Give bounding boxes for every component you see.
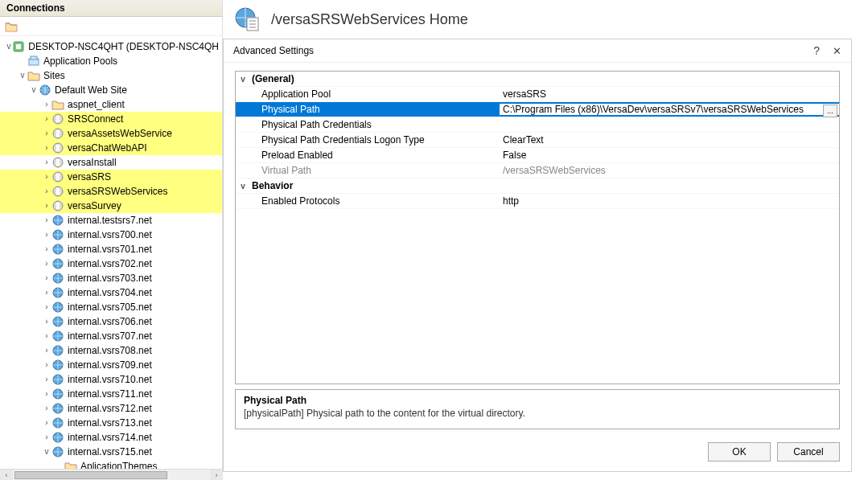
browse-button[interactable]: ... <box>823 105 837 117</box>
tree-versasrs[interactable]: ›versaSRS <box>0 170 222 184</box>
chevron-right-icon[interactable]: › <box>42 346 51 355</box>
chevron-right-icon[interactable]: › <box>42 433 51 441</box>
prop-preload-enabled[interactable]: Preload Enabled False <box>236 148 839 163</box>
chevron-down-icon[interactable]: v <box>42 447 51 456</box>
globe-icon <box>51 243 64 256</box>
tree-internal-vsrs710-net[interactable]: ›internal.vsrs710.net <box>0 372 222 387</box>
folder-open-icon[interactable] <box>5 21 18 32</box>
prop-logon-type[interactable]: Physical Path Credentials Logon Type Cle… <box>236 133 839 148</box>
chevron-right-icon[interactable]: › <box>42 259 51 268</box>
app-icon <box>51 113 64 125</box>
scroll-left-icon[interactable]: ‹ <box>0 470 13 481</box>
prop-application-pool[interactable]: Application Pool versaSRS <box>236 87 839 102</box>
tree-srsconnect[interactable]: ›SRSConnect <box>0 112 222 126</box>
prop-enabled-protocols[interactable]: Enabled Protocols http <box>236 194 839 209</box>
tree-internal-vsrs706-net[interactable]: ›internal.vsrs706.net <box>0 314 222 329</box>
svg-rect-10 <box>56 145 60 151</box>
prop-physical-path[interactable]: Physical Path C:\Program Files (x86)\Ver… <box>236 102 839 117</box>
tree-internal-vsrs711-net[interactable]: ›internal.vsrs711.net <box>0 387 222 401</box>
chevron-right-icon[interactable]: › <box>42 143 51 152</box>
chevron-down-icon[interactable]: v <box>6 42 12 51</box>
svg-rect-8 <box>56 130 60 137</box>
tree-server-node[interactable]: v DESKTOP-NSC4QHT (DESKTOP-NSC4QH <box>0 39 222 54</box>
chevron-right-icon[interactable]: › <box>42 360 51 369</box>
tree-versaassetswebservice[interactable]: ›versaAssetsWebService <box>0 126 222 141</box>
tree-internal-vsrs709-net[interactable]: ›internal.vsrs709.net <box>0 358 222 372</box>
property-grid[interactable]: v (General) Application Pool versaSRS Ph… <box>235 71 840 384</box>
tree-versainstall[interactable]: › versaInstall <box>0 155 222 170</box>
tree-versasurvey[interactable]: ›versaSurvey <box>0 199 222 213</box>
page-header: /versaSRSWebServices Home <box>223 0 868 39</box>
globe-icon <box>51 228 64 241</box>
globe-icon <box>51 315 64 328</box>
chevron-right-icon[interactable]: › <box>42 302 51 311</box>
chevron-right-icon[interactable]: › <box>42 404 51 412</box>
advanced-settings-dialog: Advanced Settings ? ✕ v (General) Applic… <box>223 39 852 472</box>
content-panel: /versaSRSWebServices Home Advanced Setti… <box>223 0 868 480</box>
tree-internal-vsrs704-net[interactable]: ›internal.vsrs704.net <box>0 285 222 300</box>
tree-versachatwebapi[interactable]: ›versaChatWebAPI <box>0 141 222 155</box>
chevron-right-icon[interactable]: › <box>42 389 51 398</box>
globe-icon <box>39 84 51 96</box>
help-button[interactable]: ? <box>813 44 820 57</box>
close-icon[interactable]: ✕ <box>833 45 841 57</box>
tree-internal-vsrs701-net[interactable]: ›internal.vsrs701.net <box>0 242 222 256</box>
tree-internal-vsrs708-net[interactable]: ›internal.vsrs708.net <box>0 343 222 358</box>
chevron-right-icon[interactable]: › <box>42 187 51 195</box>
scroll-right-icon[interactable]: › <box>210 470 223 481</box>
tree-aspnet-client[interactable]: › aspnet_client <box>0 97 222 112</box>
chevron-right-icon[interactable]: › <box>42 172 51 181</box>
property-description: Physical Path [physicalPath] Physical pa… <box>235 389 840 429</box>
chevron-right-icon[interactable]: › <box>42 201 51 210</box>
app-icon <box>51 127 64 140</box>
tree-internal-vsrs712-net[interactable]: ›internal.vsrs712.net <box>0 401 222 416</box>
collapse-icon[interactable]: v <box>236 182 250 191</box>
chevron-right-icon[interactable]: › <box>42 129 51 137</box>
tree-internal-vsrs713-net[interactable]: ›internal.vsrs713.net <box>0 416 222 430</box>
collapse-icon[interactable]: v <box>236 75 250 84</box>
chevron-right-icon[interactable]: › <box>42 244 51 253</box>
tree-internal-vsrs700-net[interactable]: ›internal.vsrs700.net <box>0 228 222 242</box>
app-icon <box>51 170 64 183</box>
section-general[interactable]: v (General) <box>236 72 839 87</box>
chevron-down-icon[interactable]: v <box>29 85 39 94</box>
globe-icon <box>51 257 64 270</box>
tree-sites[interactable]: v Sites <box>0 68 222 83</box>
ok-button[interactable]: OK <box>708 442 771 462</box>
tree-internal-vsrs714-net[interactable]: ›internal.vsrs714.net <box>0 430 222 445</box>
chevron-right-icon[interactable]: › <box>42 114 51 123</box>
globe-icon <box>51 416 64 429</box>
chevron-right-icon[interactable]: › <box>42 273 51 282</box>
desc-title: Physical Path <box>244 395 831 406</box>
chevron-right-icon[interactable]: › <box>42 158 51 166</box>
horizontal-scrollbar[interactable]: ‹ › <box>0 469 223 480</box>
chevron-right-icon[interactable]: › <box>42 100 51 109</box>
tree-app-pools[interactable]: Application Pools <box>0 54 222 68</box>
chevron-down-icon[interactable]: v <box>18 71 27 80</box>
tree-default-site[interactable]: v Default Web Site <box>0 83 222 97</box>
chevron-right-icon[interactable]: › <box>42 418 51 427</box>
tree-versasrswebservices[interactable]: ›versaSRSWebServices <box>0 184 222 199</box>
chevron-right-icon[interactable]: › <box>42 215 51 224</box>
sites-folder-icon <box>27 69 40 82</box>
tree-internal-vsrs707-net[interactable]: ›internal.vsrs707.net <box>0 329 222 343</box>
prop-physical-path-credentials[interactable]: Physical Path Credentials <box>236 117 839 133</box>
cancel-button[interactable]: Cancel <box>777 442 840 462</box>
tree-internal-vsrs715-net[interactable]: vinternal.vsrs715.net <box>0 445 222 459</box>
tree-internal-vsrs703-net[interactable]: ›internal.vsrs703.net <box>0 271 222 285</box>
connections-tree[interactable]: v DESKTOP-NSC4QHT (DESKTOP-NSC4QH Applic… <box>0 36 222 480</box>
chevron-right-icon[interactable]: › <box>42 331 51 340</box>
app-icon <box>51 199 64 212</box>
tree-internal-vsrs705-net[interactable]: ›internal.vsrs705.net <box>0 300 222 314</box>
tree-internal-vsrs702-net[interactable]: ›internal.vsrs702.net <box>0 256 222 271</box>
chevron-right-icon[interactable]: › <box>42 375 51 384</box>
chevron-right-icon[interactable]: › <box>42 317 51 326</box>
section-behavior[interactable]: v Behavior <box>236 178 839 194</box>
globe-icon <box>51 402 64 415</box>
chevron-right-icon[interactable]: › <box>42 288 51 297</box>
server-icon <box>12 40 25 53</box>
tree-internal-testsrs7-net[interactable]: ›internal.testsrs7.net <box>0 213 222 228</box>
chevron-right-icon[interactable]: › <box>42 230 51 239</box>
app-pools-icon <box>27 55 40 68</box>
scroll-thumb[interactable] <box>14 471 167 479</box>
